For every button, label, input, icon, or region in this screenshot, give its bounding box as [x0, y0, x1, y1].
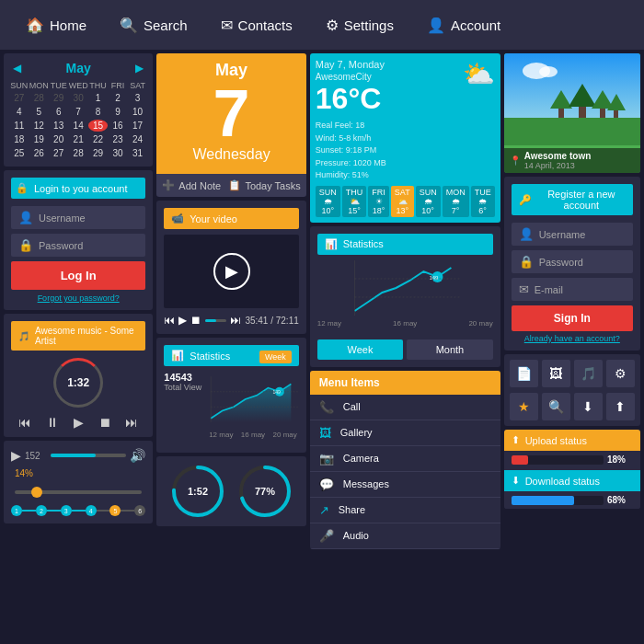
volume-slider[interactable] [15, 490, 142, 494]
pause-btn[interactable]: ⏸ [46, 415, 59, 430]
weather-day-6[interactable]: TUE🌧6° [471, 186, 495, 217]
next-btn[interactable]: ⏭ [125, 415, 138, 430]
vid-play-icon[interactable]: ▶ [178, 314, 187, 327]
icon-download[interactable]: ⬇ [574, 393, 603, 420]
status-widget: ⬆ Upload status 18% ⬇ Download status [504, 430, 640, 509]
icon-star[interactable]: ★ [510, 393, 538, 420]
icon-upload[interactable]: ⬆ [606, 393, 635, 420]
today-tasks-btn[interactable]: 📋 Today Tasks [228, 179, 300, 191]
menu-item-call[interactable]: 📞 Call [310, 395, 500, 420]
menu-item-gallery[interactable]: 🖼 Gallery [310, 420, 500, 446]
calendar-header: ◀ May ▶ [9, 59, 147, 77]
nav-home[interactable]: 🏠 Home [9, 0, 103, 50]
add-note-btn[interactable]: ➕ Add Note [162, 179, 221, 191]
main-layout: ◀ May ▶ SUN MON TUE WED THU FRI SAT 27 2… [0, 50, 644, 553]
volume-icon[interactable]: 🔊 [130, 448, 145, 463]
column-4: 📍 Awesome town 14 April, 2013 🔑 Register… [504, 53, 640, 549]
tab-week[interactable]: Week [317, 339, 403, 360]
sign-in-button[interactable]: Sign In [512, 305, 633, 331]
prev-btn[interactable]: ⏮ [18, 415, 31, 430]
step-2[interactable]: 2 [36, 505, 47, 516]
music-widget: 🎵 Awesome music - Some Artist 1:32 ⏮ ⏸ ▶… [4, 314, 153, 437]
nav-settings[interactable]: ⚙ Settings [309, 0, 410, 50]
town-label: 📍 Awesome town 14 April, 2013 [504, 148, 640, 173]
week-badge[interactable]: Week [259, 351, 292, 363]
icon-image[interactable]: 🖼 [542, 360, 570, 387]
cal-week-1: 27 28 29 30 1 2 3 [9, 92, 147, 104]
step-6[interactable]: 6 [134, 505, 145, 516]
step-row: 1 2 3 4 5 6 [11, 505, 145, 516]
contacts-icon: ✉ [221, 17, 233, 34]
share-icon: ↗ [319, 503, 329, 517]
weather-day-5[interactable]: MON🌧7° [443, 186, 469, 217]
step-5[interactable]: 5 [109, 505, 121, 516]
weather-day-3[interactable]: SAT⛅13° [391, 186, 414, 217]
step-line-5 [121, 510, 134, 512]
timer-2: 77% [237, 464, 293, 519]
vid-progress-bar[interactable] [205, 319, 226, 322]
cloud-2 [539, 66, 558, 77]
download-progress-row: 68% [504, 491, 640, 509]
nav-contacts[interactable]: ✉ Contacts [204, 0, 309, 50]
weather-temp: 16°C [316, 82, 385, 116]
video-play-btn[interactable]: ▶ [213, 253, 250, 290]
icon-doc[interactable]: 📄 [510, 360, 538, 387]
password-row: 🔒 Password [11, 234, 145, 257]
weather-day-1[interactable]: THU⛅15° [342, 186, 367, 217]
music-controls: ⏮ ⏸ ▶ ⏹ ⏭ [11, 415, 145, 430]
cal-prev[interactable]: ◀ [13, 62, 21, 75]
upload-label: Upload status [525, 435, 587, 446]
weather-day-2[interactable]: FRI☀18° [368, 186, 389, 217]
upload-pct: 18% [607, 454, 633, 465]
menu-item-camera[interactable]: 📷 Camera [310, 446, 500, 472]
download-bar: ⬇ Download status [504, 470, 640, 491]
step-line-3 [72, 510, 86, 512]
tab-month[interactable]: Month [407, 339, 492, 360]
cal-week-5: 25 26 27 28 29 30 31 [9, 147, 147, 159]
login-button[interactable]: Log In [11, 261, 145, 290]
timer-2-svg: 77% [237, 464, 293, 519]
vid-stop-icon[interactable]: ⏹ [190, 314, 201, 327]
step-line-4 [97, 510, 110, 512]
stats-total-value: 14543 [164, 372, 201, 383]
weather-day-0[interactable]: SUN🌧10° [316, 186, 340, 217]
menu-item-share[interactable]: ↗ Share [310, 498, 500, 523]
step-1[interactable]: 1 [11, 505, 22, 516]
forgot-link[interactable]: Forgot you password? [11, 293, 145, 303]
timers-widget: 1:52 77% [156, 456, 305, 526]
icon-gear[interactable]: ⚙ [606, 360, 635, 387]
vid-next-icon[interactable]: ⏭ [230, 314, 241, 327]
date-widget-footer: ➕ Add Note 📋 Today Tasks [156, 174, 305, 197]
cal-next[interactable]: ▶ [135, 62, 144, 75]
icon-search[interactable]: 🔍 [542, 393, 570, 420]
progress-track[interactable] [51, 454, 126, 457]
percent-label: 14% [15, 468, 142, 478]
icon-music-note[interactable]: 🎵 [574, 360, 603, 387]
navbar: 🏠 Home 🔍 Search ✉ Contacts ⚙ Settings 👤 … [0, 0, 644, 50]
nav-search[interactable]: 🔍 Search [103, 0, 204, 50]
messages-icon: 💬 [319, 477, 334, 491]
map-sky [504, 53, 640, 118]
weather-day-4[interactable]: SUN🌧10° [416, 186, 441, 217]
icon-grid-row1: 📄 🖼 🎵 ⚙ [510, 360, 635, 387]
step-3[interactable]: 3 [61, 505, 72, 516]
play-small-icon[interactable]: ▶ [11, 448, 21, 463]
step-4[interactable]: 4 [86, 505, 97, 516]
play-btn[interactable]: ▶ [74, 415, 84, 430]
menu-item-audio[interactable]: 🎤 Audio [310, 523, 500, 549]
column-2: May 7 Wednesday ➕ Add Note 📋 Today Tasks… [156, 53, 305, 549]
reg-lock-icon: 🔒 [519, 255, 534, 269]
reg-username-row: 👤 Username [512, 223, 633, 246]
reg-email-icon: ✉ [519, 282, 529, 296]
already-account-link[interactable]: Already have an account? [512, 334, 633, 343]
stop-btn[interactable]: ⏹ [98, 415, 111, 430]
menu-item-messages[interactable]: 💬 Messages [310, 472, 500, 498]
vid-prev-icon[interactable]: ⏮ [164, 314, 175, 327]
cal-header-row: SUN MON TUE WED THU FRI SAT [9, 81, 147, 90]
svg-text:149: 149 [273, 389, 282, 395]
stats2-chart: 149 [317, 260, 493, 316]
svg-text:1:52: 1:52 [188, 486, 208, 497]
video-title: 📹 Your video [164, 208, 298, 229]
nav-account[interactable]: 👤 Account [410, 0, 517, 50]
username-row: 👤 Username [11, 206, 145, 229]
